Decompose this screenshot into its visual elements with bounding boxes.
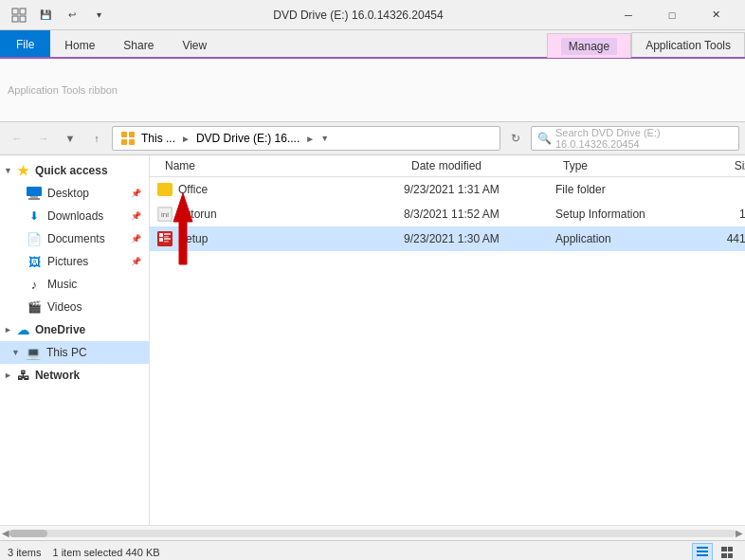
save-qat-button[interactable]: 💾 <box>34 4 57 27</box>
view-details-button[interactable] <box>692 543 713 561</box>
svg-rect-15 <box>159 238 163 242</box>
pin-icon-desktop: 📌 <box>131 189 141 198</box>
file-date-autorun: 8/3/2021 11:52 AM <box>404 208 555 221</box>
search-icon: 🔍 <box>537 132 552 145</box>
minimize-button[interactable]: ─ <box>607 0 650 30</box>
window-title: DVD Drive (E:) 16.0.14326.20454 <box>110 9 607 22</box>
chevron-icon-network: ► <box>4 370 12 380</box>
network-icon: 🖧 <box>16 368 31 383</box>
tab-view[interactable]: View <box>168 32 221 57</box>
svg-rect-9 <box>30 196 38 198</box>
onedrive-icon: ☁ <box>16 322 31 337</box>
ribbon-tabs: File Home Share View Manage Application … <box>0 30 745 57</box>
file-list-area: Name Date modified Type Size Office 9/23… <box>150 155 745 525</box>
forward-button[interactable]: → <box>32 127 55 150</box>
title-bar: 💾 ↩ ▾ DVD Drive (E:) 16.0.14326.20454 ─ … <box>0 0 745 30</box>
sidebar-label-desktop: Desktop <box>47 187 89 200</box>
horizontal-scrollbar[interactable]: ◀ ▶ <box>0 525 745 540</box>
svg-rect-6 <box>121 139 127 145</box>
status-right <box>692 543 737 561</box>
back-button[interactable]: ← <box>6 127 28 150</box>
svg-rect-14 <box>159 233 163 237</box>
sidebar-label-downloads: Downloads <box>47 209 103 223</box>
address-bar-row: ← → ▼ ↑ This ... ► DVD Drive (E:) 16....… <box>0 122 745 155</box>
tab-manage[interactable]: Manage <box>547 33 631 58</box>
svg-rect-7 <box>129 139 135 145</box>
view-list-button[interactable] <box>717 543 737 561</box>
recent-locations-button[interactable]: ▼ <box>59 127 82 150</box>
col-header-size[interactable]: Size <box>688 155 745 176</box>
file-date-setup: 9/23/2021 1:30 AM <box>404 232 555 245</box>
table-row[interactable]: ini autorun 8/3/2021 11:52 AM Setup Info… <box>150 202 745 226</box>
tab-application-tools[interactable]: Application Tools <box>631 32 745 57</box>
pictures-icon: 🖼 <box>27 254 42 269</box>
ribbon-placeholder: Application Tools ribbon <box>8 84 118 96</box>
desktop-icon <box>27 186 42 201</box>
svg-rect-21 <box>697 547 708 549</box>
items-count: 3 items <box>8 547 41 558</box>
scroll-thumb[interactable] <box>9 530 47 537</box>
search-placeholder: Search DVD Drive (E:) 16.0.14326.20454 <box>555 127 733 150</box>
title-bar-left: 💾 ↩ ▾ <box>8 4 110 27</box>
sidebar-item-downloads[interactable]: ⬇ Downloads 📌 <box>0 205 149 227</box>
col-header-name[interactable]: Name <box>157 155 404 176</box>
sidebar-item-onedrive[interactable]: ► ☁ OneDrive <box>0 318 149 341</box>
svg-rect-3 <box>20 16 26 22</box>
col-header-type[interactable]: Type <box>555 155 688 176</box>
file-type-setup: Application <box>555 232 688 245</box>
svg-rect-2 <box>12 16 18 22</box>
selected-info: 1 item selected 440 KB <box>52 547 159 558</box>
main-layout: ▼ ★ Quick access Desktop 📌 ⬇ Downloads 📌… <box>0 155 745 525</box>
close-button[interactable]: ✕ <box>694 0 737 30</box>
maximize-button[interactable]: □ <box>650 0 694 30</box>
chevron-icon-thispc: ▼ <box>11 348 20 357</box>
file-list-header: Name Date modified Type Size <box>150 155 745 177</box>
sidebar-item-network[interactable]: ► 🖧 Network <box>0 364 149 387</box>
documents-icon: 📄 <box>27 231 42 246</box>
sidebar-item-music[interactable]: ♪ Music <box>0 273 149 296</box>
sidebar-item-documents[interactable]: 📄 Documents 📌 <box>0 227 149 250</box>
svg-rect-4 <box>121 132 127 137</box>
file-size-setup: 441 KB <box>688 232 745 245</box>
sidebar-label-quick-access: Quick access <box>35 164 108 177</box>
scroll-track <box>9 530 736 537</box>
sidebar-item-desktop[interactable]: Desktop 📌 <box>0 182 149 205</box>
thispc-icon: 💻 <box>26 345 41 360</box>
qat-icon <box>8 4 30 27</box>
col-header-date[interactable]: Date modified <box>404 155 555 176</box>
sidebar-item-videos[interactable]: 🎬 Videos <box>0 296 149 318</box>
qat-dropdown-button[interactable]: ▾ <box>87 4 110 27</box>
svg-rect-25 <box>728 547 733 551</box>
svg-rect-26 <box>721 553 727 558</box>
svg-rect-24 <box>721 547 727 551</box>
file-date-office: 9/23/2021 1:31 AM <box>404 183 555 196</box>
ribbon: File Home Share View Manage Application … <box>0 30 745 122</box>
svg-rect-27 <box>728 553 733 558</box>
window-controls: ─ □ ✕ <box>607 0 737 30</box>
ribbon-content: Application Tools ribbon <box>0 57 745 121</box>
tab-home[interactable]: Home <box>50 32 109 57</box>
sidebar-item-thispc[interactable]: ▼ 💻 This PC <box>0 341 149 364</box>
sidebar-label-videos: Videos <box>47 300 82 314</box>
up-button[interactable]: ↑ <box>85 127 108 150</box>
address-dropdown-button[interactable]: ▼ <box>320 134 329 143</box>
pin-icon-documents: 📌 <box>131 234 141 244</box>
tab-share[interactable]: Share <box>109 32 168 57</box>
sidebar-item-pictures[interactable]: 🖼 Pictures 📌 <box>0 250 149 273</box>
scroll-left-btn[interactable]: ◀ <box>2 528 9 538</box>
table-row[interactable]: Setup 9/23/2021 1:30 AM Application 441 … <box>150 226 745 251</box>
table-row[interactable]: Office 9/23/2021 1:31 AM File folder <box>150 177 745 202</box>
pin-icon-downloads: 📌 <box>131 211 141 221</box>
scroll-right-btn[interactable]: ▶ <box>736 528 743 538</box>
address-bar[interactable]: This ... ► DVD Drive (E:) 16.... ► ▼ <box>112 126 500 151</box>
downloads-icon: ⬇ <box>27 208 42 224</box>
sidebar-item-quick-access[interactable]: ▼ ★ Quick access <box>0 159 149 182</box>
svg-rect-8 <box>27 187 42 196</box>
status-bar: 3 items 1 item selected 440 KB <box>0 540 745 560</box>
refresh-button[interactable]: ↻ <box>504 127 527 150</box>
file-type-office: File folder <box>555 183 688 196</box>
tab-file[interactable]: File <box>0 30 50 57</box>
undo-qat-button[interactable]: ↩ <box>61 4 83 27</box>
sidebar-label-music: Music <box>47 278 77 291</box>
search-bar[interactable]: 🔍 Search DVD Drive (E:) 16.0.14326.20454 <box>531 126 739 151</box>
